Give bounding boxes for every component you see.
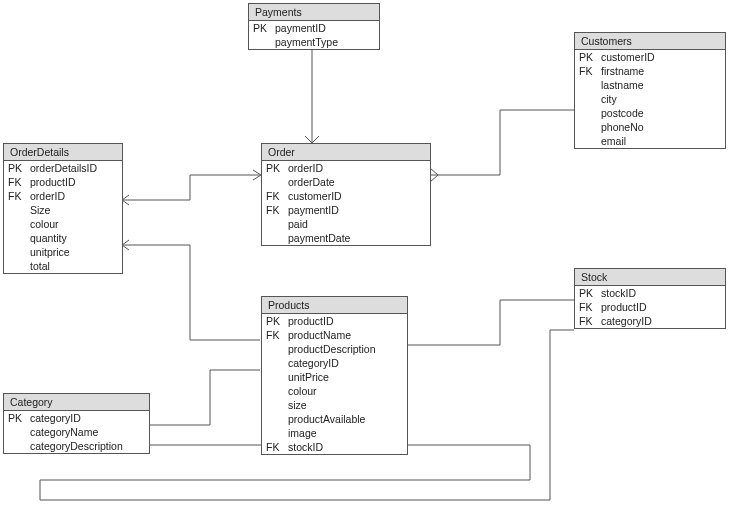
table-row: categoryID xyxy=(262,356,407,370)
table-row: categoryDescription xyxy=(4,439,149,453)
table-row: productDescription xyxy=(262,342,407,356)
table-row: image xyxy=(262,426,407,440)
table-row: FKpaymentID xyxy=(262,203,430,217)
customers-title: Customers xyxy=(575,33,725,50)
table-row: PKstockID xyxy=(575,286,725,300)
table-row: Size xyxy=(4,203,122,217)
category-entity: Category PKcategoryID categoryName categ… xyxy=(3,393,150,454)
payments-title: Payments xyxy=(249,4,379,21)
table-row: PKcategoryID xyxy=(4,411,149,425)
table-row: FKcategoryID xyxy=(575,314,725,328)
table-row: colour xyxy=(4,217,122,231)
table-row: PKorderID xyxy=(262,161,430,175)
orderdetails-entity: OrderDetails PKorderDetailsID FKproductI… xyxy=(3,143,123,274)
order-title: Order xyxy=(262,144,430,161)
table-row: phoneNo xyxy=(575,120,725,134)
table-row: unitprice xyxy=(4,245,122,259)
table-row: FKstockID xyxy=(262,440,407,454)
table-row: city xyxy=(575,92,725,106)
table-row: email xyxy=(575,134,725,148)
payments-entity: Payments PKpaymentID paymentType xyxy=(248,3,380,50)
table-row: PKorderDetailsID xyxy=(4,161,122,175)
table-row: FKorderID xyxy=(4,189,122,203)
table-row: quantity xyxy=(4,231,122,245)
table-row: productAvailable xyxy=(262,412,407,426)
table-row: size xyxy=(262,398,407,412)
table-row: total xyxy=(4,259,122,273)
table-row: PKproductID xyxy=(262,314,407,328)
customers-entity: Customers PKcustomerID FKfirstname lastn… xyxy=(574,32,726,149)
table-row: paymentDate xyxy=(262,231,430,245)
table-row: PKcustomerID xyxy=(575,50,725,64)
products-title: Products xyxy=(262,297,407,314)
table-row: lastname xyxy=(575,78,725,92)
table-row: PKpaymentID xyxy=(249,21,379,35)
table-row: FKfirstname xyxy=(575,64,725,78)
products-entity: Products PKproductID FKproductName produ… xyxy=(261,296,408,455)
stock-title: Stock xyxy=(575,269,725,286)
orderdetails-title: OrderDetails xyxy=(4,144,122,161)
table-row: unitPrice xyxy=(262,370,407,384)
table-row: FKproductID xyxy=(4,175,122,189)
table-row: FKproductName xyxy=(262,328,407,342)
table-row: colour xyxy=(262,384,407,398)
table-row: FKcustomerID xyxy=(262,189,430,203)
category-title: Category xyxy=(4,394,149,411)
table-row: orderDate xyxy=(262,175,430,189)
stock-entity: Stock PKstockID FKproductID FKcategoryID xyxy=(574,268,726,329)
table-row: FKproductID xyxy=(575,300,725,314)
table-row: paid xyxy=(262,217,430,231)
table-row: categoryName xyxy=(4,425,149,439)
table-row: postcode xyxy=(575,106,725,120)
order-entity: Order PKorderID orderDate FKcustomerID F… xyxy=(261,143,431,246)
table-row: paymentType xyxy=(249,35,379,49)
